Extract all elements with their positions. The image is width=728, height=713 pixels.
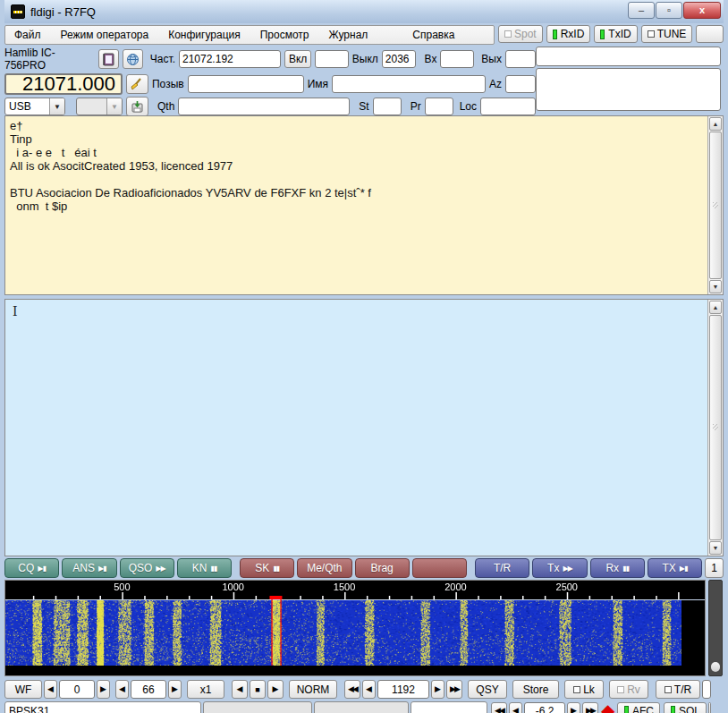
macro-button-blank[interactable] (412, 558, 467, 578)
call-input[interactable] (188, 75, 304, 93)
st-input[interactable] (373, 98, 402, 115)
in-input[interactable] (440, 50, 474, 68)
tr-toggle[interactable]: T/R (656, 680, 700, 699)
scroll-up-icon[interactable]: ▲ (709, 117, 722, 131)
spare-status (708, 702, 711, 713)
zoom-button[interactable]: x1 (187, 680, 224, 699)
menu-item-1[interactable]: Файл (14, 29, 41, 41)
snr-fast-down-icon[interactable]: ◀◀ (491, 702, 507, 713)
close-button[interactable]: x (683, 2, 721, 19)
rxid-toggle[interactable]: RxID (546, 25, 591, 43)
snr-down-icon[interactable]: ◀ (509, 702, 522, 713)
pr-label: Pr (411, 100, 421, 113)
loc-input[interactable] (480, 98, 536, 115)
vfo-frequency-display[interactable]: 21071.000 (4, 73, 123, 95)
qsy-button[interactable]: QSY (468, 680, 507, 699)
snr-up-icon[interactable]: ▶ (567, 702, 580, 713)
lock-toggle[interactable]: Lk (564, 680, 604, 699)
menu-item-3[interactable]: Конфигурация (168, 29, 241, 41)
macro-button-me-qth[interactable]: Me/Qth (297, 558, 351, 578)
macro-button-rx[interactable]: Rx▮▮ (590, 558, 645, 578)
gain-increase-icon[interactable]: ▶ (97, 680, 110, 699)
freq-up-icon[interactable]: ▶ (431, 680, 444, 699)
receive-text-area[interactable]: e† Tinp i a- e e t éai t All is ok Asoci… (4, 115, 724, 295)
macro-button-brag[interactable]: Brag (355, 558, 410, 578)
freq-input[interactable]: 21072.192 (179, 50, 281, 68)
logbook-icon[interactable] (98, 49, 119, 69)
transmit-text-area[interactable]: I ▲ ▼ (4, 299, 724, 556)
macro-button-qso[interactable]: QSO▶▶ (120, 558, 174, 578)
audio-freq-value[interactable]: 1192 (377, 680, 429, 699)
reverse-toggle[interactable]: Rv (609, 680, 648, 699)
macro-symbol-icon: ▮▮ (210, 564, 216, 573)
clear-broom-icon[interactable] (126, 74, 148, 94)
macro-button-cq[interactable]: CQ▶▮ (4, 558, 59, 578)
macro-label: Brag (370, 562, 393, 574)
freq-fast-down-icon[interactable]: ◀◀ (344, 680, 360, 699)
macro-button-tx[interactable]: TX▶▮ (648, 558, 702, 578)
macro-button-t-r[interactable]: T/R (475, 558, 529, 578)
menu-item-4[interactable]: Просмотр (260, 29, 309, 41)
scroll-down-icon[interactable]: ▼ (709, 280, 722, 293)
rx-scroll-thumb[interactable] (709, 132, 722, 279)
shift-right-icon[interactable]: ▶ (267, 680, 284, 699)
spare-button[interactable] (696, 25, 724, 43)
maximize-button[interactable]: ▫ (656, 2, 682, 19)
waterfall-ruler[interactable] (5, 581, 705, 599)
waterfall-scroll-thumb[interactable] (711, 662, 720, 672)
chevron-down-icon: ▼ (106, 98, 122, 115)
notes-field-bottom[interactable] (536, 68, 721, 111)
rx-scrollbar[interactable]: ▲ ▼ (707, 116, 723, 294)
waterfall-scrollbar[interactable] (708, 580, 723, 676)
stop-icon[interactable]: ■ (250, 680, 266, 699)
scroll-up-icon[interactable]: ▲ (709, 301, 722, 314)
globe-icon[interactable] (123, 49, 143, 69)
sql-toggle[interactable]: SQL (664, 702, 707, 713)
speed-button[interactable]: NORM (289, 680, 337, 699)
scroll-down-icon[interactable]: ▼ (709, 541, 722, 555)
macro-button-tx[interactable]: Tx▶▶ (532, 558, 587, 578)
store-button[interactable]: Store (512, 680, 559, 699)
on-time-input[interactable] (315, 50, 349, 68)
pr-input[interactable] (425, 98, 453, 115)
macro-set-button[interactable]: 1 (705, 558, 724, 578)
tx-scrollbar[interactable]: ▲ ▼ (707, 300, 723, 556)
off-time-input[interactable]: 2036 (382, 50, 416, 68)
tx-scroll-thumb[interactable] (709, 315, 722, 540)
mode-status[interactable]: BPSK31 (4, 701, 201, 713)
macro-button-sk[interactable]: SK▮▮ (240, 558, 294, 578)
squelch-value[interactable]: -6.2 (524, 702, 565, 713)
menu-item-5[interactable]: Журнал (329, 29, 368, 41)
range-decrease-icon[interactable]: ◀ (115, 680, 129, 699)
spot-toggle[interactable]: Spot (498, 25, 543, 43)
afc-toggle[interactable]: AFC (617, 702, 660, 713)
name-input[interactable] (332, 75, 486, 93)
tune-button[interactable]: TUNE (641, 25, 693, 43)
txid-toggle[interactable]: TxID (594, 25, 637, 43)
spare-slider[interactable] (702, 680, 711, 699)
freq-fast-up-icon[interactable]: ▶▶ (446, 680, 462, 699)
app-icon (11, 4, 25, 19)
shift-left-icon[interactable]: ◀ (232, 680, 248, 699)
freq-down-icon[interactable]: ◀ (362, 680, 376, 699)
gain-decrease-icon[interactable]: ◀ (44, 680, 57, 699)
notes-field-top[interactable] (536, 47, 721, 66)
macro-button-kn[interactable]: KN▮▮ (177, 558, 232, 578)
mode-select[interactable]: USB ▼ (4, 98, 65, 115)
minimize-button[interactable]: – (628, 2, 655, 19)
save-entry-icon[interactable] (126, 97, 148, 116)
waterfall-display[interactable] (5, 599, 705, 666)
wf-mode-button[interactable]: WF (4, 680, 42, 699)
range-value[interactable]: 66 (131, 680, 166, 699)
out-input[interactable] (505, 50, 536, 68)
macro-button-ans[interactable]: ANS▶▮ (62, 558, 116, 578)
menu-item-6[interactable]: Справка (412, 29, 454, 41)
on-button[interactable]: Вкл (284, 50, 311, 68)
snr-fast-up-icon[interactable]: ▶▶ (582, 702, 598, 713)
range-increase-icon[interactable]: ▶ (168, 680, 182, 699)
az-input[interactable] (505, 75, 536, 93)
gain-value[interactable]: 0 (59, 680, 95, 699)
secondary-select[interactable]: ▼ (76, 98, 123, 115)
menu-item-2[interactable]: Режим оператора (61, 29, 149, 41)
qth-input[interactable] (178, 98, 350, 115)
